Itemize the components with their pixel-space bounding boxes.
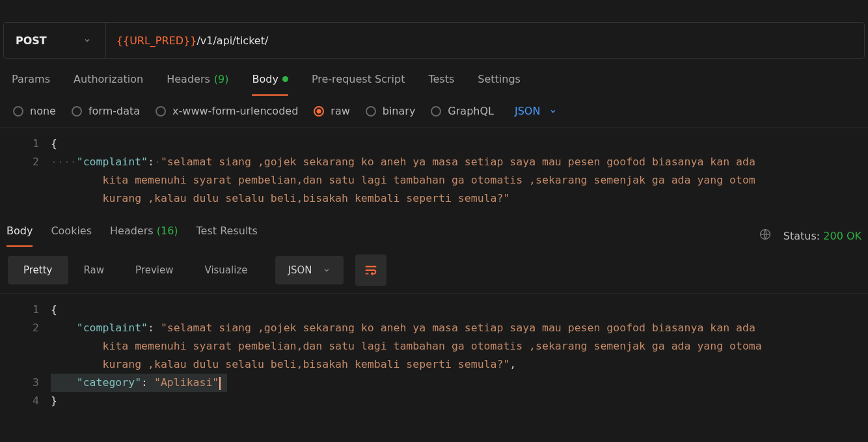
body-type-none[interactable]: none — [13, 105, 56, 117]
request-tabs: Params Authorization Headers (9) Body Pr… — [0, 59, 868, 96]
body-type-graphql[interactable]: GraphQL — [431, 105, 494, 117]
tab-prerequest[interactable]: Pre-request Script — [312, 73, 405, 96]
radio-icon — [13, 106, 23, 117]
resp-headers-count: (16) — [157, 225, 178, 237]
response-tabs: Body Cookies Headers (16) Test Results S… — [0, 214, 868, 247]
raw-format-select[interactable]: JSON — [515, 105, 557, 117]
view-segmented: Pretty Raw Preview Visualize — [8, 256, 264, 284]
tab-headers[interactable]: Headers (9) — [167, 73, 228, 96]
view-preview[interactable]: Preview — [120, 256, 189, 284]
chevron-down-icon — [83, 36, 91, 44]
url-bar: POST {{URL_PRED}}/v1/api/ticket/ — [3, 22, 865, 59]
body-type-urlencoded[interactable]: x-www-form-urlencoded — [156, 105, 298, 117]
tab-settings[interactable]: Settings — [478, 73, 521, 96]
url-variable: {{URL_PRED}} — [116, 35, 197, 47]
resp-tab-headers[interactable]: Headers (16) — [110, 225, 178, 247]
body-type-row: none form-data x-www-form-urlencoded raw… — [0, 96, 868, 128]
url-input[interactable]: {{URL_PRED}}/v1/api/ticket/ — [106, 23, 864, 58]
request-body-editor[interactable]: 1 2 { ····"complaint":·"selamat siang ,g… — [0, 128, 868, 214]
method-select[interactable]: POST — [4, 23, 106, 58]
chevron-down-icon — [323, 266, 331, 274]
line-gutter: 1 2 3 4 — [0, 294, 51, 417]
radio-icon — [156, 106, 166, 117]
globe-icon[interactable] — [759, 228, 772, 243]
view-visualize[interactable]: Visualize — [189, 256, 263, 284]
resp-tab-testresults[interactable]: Test Results — [197, 225, 258, 247]
text-cursor — [219, 377, 221, 390]
response-toolbar: Pretty Raw Preview Visualize JSON — [0, 247, 868, 294]
resp-tab-body[interactable]: Body — [7, 225, 33, 247]
view-pretty[interactable]: Pretty — [8, 256, 68, 284]
radio-icon — [431, 106, 441, 117]
url-path: /v1/api/ticket/ — [197, 35, 268, 47]
view-raw[interactable]: Raw — [68, 256, 120, 284]
radio-icon — [366, 106, 376, 117]
method-label: POST — [16, 35, 47, 47]
tab-tests[interactable]: Tests — [428, 73, 454, 96]
resp-tab-cookies[interactable]: Cookies — [51, 225, 92, 247]
body-type-raw[interactable]: raw — [314, 105, 349, 117]
tab-body[interactable]: Body — [252, 73, 288, 96]
status-value: 200 OK — [823, 230, 861, 242]
body-type-formdata[interactable]: form-data — [72, 105, 140, 117]
headers-count: (9) — [214, 73, 229, 85]
tab-authorization[interactable]: Authorization — [74, 73, 143, 96]
status-label: Status: — [783, 230, 820, 242]
code-area[interactable]: { ····"complaint":·"selamat siang ,gojek… — [51, 128, 762, 214]
response-body-editor[interactable]: 1 2 3 4 { "complaint": "selamat siang ,g… — [0, 294, 868, 417]
line-gutter: 1 2 — [0, 128, 51, 214]
response-format-select[interactable]: JSON — [275, 256, 344, 284]
tab-params[interactable]: Params — [12, 73, 50, 96]
body-indicator-dot — [282, 76, 288, 82]
code-area[interactable]: { "complaint": "selamat siang ,gojek sek… — [51, 294, 762, 417]
body-type-binary[interactable]: binary — [366, 105, 416, 117]
chevron-down-icon — [549, 107, 557, 115]
wrap-lines-button[interactable] — [355, 255, 387, 286]
radio-icon — [72, 106, 82, 117]
radio-icon — [314, 106, 324, 117]
